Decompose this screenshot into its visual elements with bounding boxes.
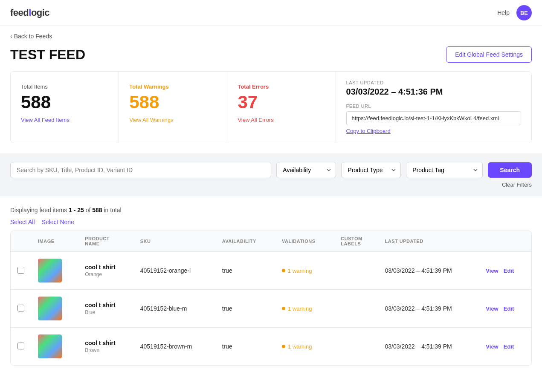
row-availability-cell: true [215, 290, 275, 328]
row-checkbox[interactable] [17, 343, 24, 349]
row-actions: View Edit [486, 343, 525, 350]
row-last-updated-cell: 03/03/2022 – 4:51:39 PM [378, 328, 479, 366]
col-image: IMAGE [31, 231, 78, 252]
product-tag-dropdown[interactable]: Product Tag [406, 162, 483, 178]
results-prefix: Displaying feed items [10, 207, 67, 213]
view-all-warnings-link[interactable]: View All Warnings [129, 117, 173, 123]
product-name: cool t shirt [85, 302, 127, 308]
row-actions-cell: View Edit [479, 328, 531, 366]
row-checkbox-cell [11, 252, 31, 290]
row-custom-labels-cell [334, 290, 378, 328]
warning-badge: 1 warning [282, 268, 327, 274]
row-product-name-cell: cool t shirt Orange [78, 252, 133, 290]
product-image [38, 297, 62, 320]
feed-url-input[interactable] [346, 111, 521, 125]
search-button[interactable]: Search [488, 162, 532, 178]
clear-filters-link[interactable]: Clear Filters [502, 182, 532, 188]
view-item-link[interactable]: View [486, 343, 498, 350]
copy-to-clipboard-link[interactable]: Copy to Clipboard [346, 128, 391, 134]
row-sku-cell: 40519152-blue-m [133, 290, 215, 328]
table-row: cool t shirt Blue 40519152-blue-m true 1… [11, 290, 531, 328]
col-last-updated: LAST UPDATED [378, 231, 479, 252]
row-image-cell [31, 290, 78, 328]
table-header-row: IMAGE PRODUCTNAME SKU AVAILABILITY VALID… [11, 231, 531, 252]
row-checkbox[interactable] [17, 305, 24, 311]
row-checkbox[interactable] [17, 267, 24, 274]
total-items-label: Total Items [21, 84, 108, 90]
row-actions-cell: View Edit [479, 252, 531, 290]
row-sku-cell: 40519152-orange-l [133, 252, 215, 290]
product-variant: Blue [85, 309, 127, 315]
col-checkbox [11, 231, 31, 252]
row-last-updated-cell: 03/03/2022 – 4:51:39 PM [378, 290, 479, 328]
view-all-feed-items-link[interactable]: View All Feed Items [21, 117, 70, 123]
total-warnings-value: 588 [129, 93, 217, 111]
row-validations-cell: 1 warning [275, 328, 334, 366]
product-name: cool t shirt [85, 340, 127, 346]
product-type-dropdown[interactable]: Product Type [341, 162, 401, 178]
total-errors-card: Total Errors 37 View All Errors [227, 72, 336, 143]
view-item-link[interactable]: View [486, 268, 498, 274]
select-links: Select All Select None [0, 219, 542, 231]
row-product-name-cell: cool t shirt Blue [78, 290, 133, 328]
page-title: TEST FEED [10, 47, 85, 63]
edit-item-link[interactable]: Edit [504, 343, 514, 350]
help-link[interactable]: Help [497, 9, 510, 16]
row-availability-cell: true [215, 328, 275, 366]
select-none-link[interactable]: Select None [42, 219, 74, 225]
table-body: cool t shirt Orange 40519152-orange-l tr… [11, 252, 531, 366]
row-availability-cell: true [215, 252, 275, 290]
warning-badge: 1 warning [282, 343, 327, 350]
results-range: 1 - 25 [69, 207, 84, 213]
warning-text: 1 warning [288, 343, 312, 350]
results-total: 588 [92, 207, 102, 213]
product-image-placeholder [38, 297, 62, 320]
search-input[interactable] [10, 162, 271, 178]
col-custom-labels: CUSTOMLABELS [334, 231, 378, 252]
total-errors-value: 37 [238, 93, 325, 111]
row-custom-labels-cell [334, 252, 378, 290]
edit-global-feed-settings-button[interactable]: Edit Global Feed Settings [446, 46, 532, 63]
row-actions-cell: View Edit [479, 290, 531, 328]
col-sku: SKU [133, 231, 215, 252]
warning-dot-icon [282, 269, 285, 272]
total-items-value: 588 [21, 93, 108, 111]
table-header: IMAGE PRODUCTNAME SKU AVAILABILITY VALID… [11, 231, 531, 252]
total-errors-label: Total Errors [238, 84, 325, 90]
view-item-link[interactable]: View [486, 306, 498, 312]
product-image [38, 259, 62, 282]
edit-item-link[interactable]: Edit [504, 306, 514, 312]
header: feedlogic Help BE [0, 0, 542, 26]
select-all-link[interactable]: Select All [10, 219, 35, 225]
table-row: cool t shirt Brown 40519152-brown-m true… [11, 328, 531, 366]
filter-row: Availability Product Type Product Tag Se… [10, 162, 532, 178]
col-product-name: PRODUCTNAME [78, 231, 133, 252]
row-validations-cell: 1 warning [275, 290, 334, 328]
results-suffix: in total [104, 207, 121, 213]
col-actions [479, 231, 531, 252]
view-all-errors-link[interactable]: View All Errors [238, 117, 273, 123]
last-updated-card: LAST UPDATED 03/03/2022 – 4:51:36 PM FEE… [336, 72, 531, 143]
row-actions: View Edit [486, 306, 525, 312]
product-image [38, 334, 62, 358]
breadcrumb: ‹ Back to Feeds [0, 26, 542, 43]
product-variant: Brown [85, 347, 127, 353]
results-of: of [86, 207, 91, 213]
logo: feedlogic [10, 7, 49, 18]
availability-dropdown[interactable]: Availability [276, 162, 336, 178]
edit-item-link[interactable]: Edit [504, 268, 514, 274]
last-updated-value: 03/03/2022 – 4:51:36 PM [346, 87, 521, 97]
total-warnings-label: Total Warnings [129, 84, 217, 90]
product-name: cool t shirt [85, 264, 127, 271]
total-warnings-card: Total Warnings 588 View All Warnings [119, 72, 227, 143]
stats-row: Total Items 588 View All Feed Items Tota… [10, 71, 532, 143]
warning-badge: 1 warning [282, 306, 327, 312]
back-arrow-icon: ‹ [10, 33, 12, 40]
row-last-updated-cell: 03/03/2022 – 4:51:39 PM [378, 252, 479, 290]
row-validations-cell: 1 warning [275, 252, 334, 290]
product-image-placeholder [38, 334, 62, 358]
avatar: BE [516, 5, 532, 20]
product-image-placeholder [38, 259, 62, 282]
filter-row2: Clear Filters [10, 182, 532, 188]
back-to-feeds-link[interactable]: ‹ Back to Feeds [10, 33, 532, 40]
